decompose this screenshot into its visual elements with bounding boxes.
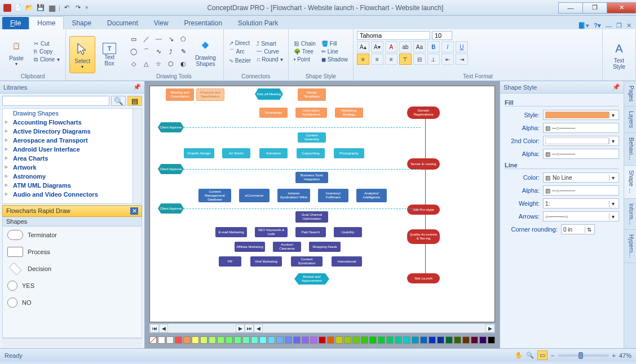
milestone[interactable]: Site Launch xyxy=(407,273,440,283)
lib-item[interactable]: Artwork xyxy=(3,163,142,172)
node[interactable]: Marketing Strategy xyxy=(335,108,363,118)
node[interactable]: SEO Keywords & code xyxy=(255,227,288,237)
indent-inc[interactable]: ⇥ xyxy=(456,54,468,65)
shape-decision[interactable]: Decision xyxy=(3,260,142,277)
valign-top[interactable]: ⊤ xyxy=(399,54,412,65)
cut-button[interactable]: ✂Cut xyxy=(32,40,62,47)
align-center[interactable]: ≡ xyxy=(371,54,383,65)
doc-close-icon[interactable]: ✕ xyxy=(626,22,631,29)
node[interactable]: Proposal and Specification xyxy=(196,88,224,101)
conn-direct[interactable]: ↗ Direct xyxy=(227,39,253,47)
scroll-right[interactable]: ▶ xyxy=(485,324,494,332)
palette-color[interactable] xyxy=(412,336,419,344)
second-alpha-slider[interactable]: ▧ ─○──── xyxy=(543,149,619,159)
node[interactable]: Wireframes xyxy=(259,108,288,118)
left-hscrollbar[interactable] xyxy=(2,338,142,347)
sidetab-pages[interactable]: Pages xyxy=(624,81,636,106)
ss-line[interactable]: ✏ Line xyxy=(320,48,350,55)
palette-color[interactable] xyxy=(344,336,351,344)
node[interactable]: Meeting and Consultation xyxy=(166,88,194,101)
sidetab-hyper[interactable]: Hypern… xyxy=(624,230,636,263)
node[interactable]: Intranet Syndication/ Wikis xyxy=(277,189,310,202)
lib-item[interactable]: Active Directory Diagrams xyxy=(3,127,142,136)
minimize-button[interactable]: — xyxy=(558,2,583,14)
node[interactable]: Auction/ Clearance xyxy=(273,242,301,252)
tool-arrow[interactable]: ↘ xyxy=(165,34,176,45)
milestone[interactable]: Domain Registrations xyxy=(407,106,440,119)
align-left[interactable]: ≡ xyxy=(357,54,369,65)
library-scrollbar[interactable] xyxy=(132,109,142,203)
library-list[interactable]: Drawing Shapes Accounting Flowcharts Act… xyxy=(2,108,142,204)
palette-color[interactable] xyxy=(293,336,301,344)
clone-button[interactable]: ⧉Clone ▾ xyxy=(32,56,62,64)
font-name-input[interactable] xyxy=(357,31,430,40)
book-icon[interactable]: 📘▾ xyxy=(578,22,589,29)
node[interactable]: Content Syndication xyxy=(291,256,323,267)
approve[interactable]: Client Approve xyxy=(158,164,184,174)
milestone[interactable]: Server & Hosting xyxy=(407,158,440,170)
node[interactable]: PR xyxy=(219,256,241,267)
tab-home[interactable]: Home xyxy=(29,16,64,29)
fill-alpha-slider[interactable]: ▧ ─○──── xyxy=(543,123,619,133)
open-icon[interactable]: 📂 xyxy=(25,3,34,12)
palette-color[interactable] xyxy=(242,336,250,344)
palette-color[interactable] xyxy=(479,336,487,344)
node[interactable]: Analytics/ Intelligence xyxy=(356,189,387,202)
palette-color[interactable] xyxy=(361,336,368,344)
approve[interactable]: Client Approve xyxy=(158,203,184,214)
milestone[interactable]: Site Prototype xyxy=(407,205,440,215)
palette-color[interactable] xyxy=(395,336,402,344)
canvas-hscrollbar[interactable]: ⏮ ◀ ▶ ⏭ ◀ ▶ xyxy=(149,323,495,333)
node[interactable]: Copywriting xyxy=(297,148,325,158)
zoom-slider[interactable] xyxy=(558,354,609,357)
node[interactable]: Content Management/ Database xyxy=(198,189,231,202)
ss-point[interactable]: • Point xyxy=(292,56,317,63)
maximize-button[interactable]: ❐ xyxy=(582,2,607,14)
lib-item[interactable]: Accounting Flowcharts xyxy=(3,118,142,127)
node[interactable]: Design Templates xyxy=(298,88,326,101)
palette-color[interactable] xyxy=(166,336,174,344)
ss-shadow[interactable]: ◼ Shadow xyxy=(320,56,350,63)
tool-8[interactable]: ☆ xyxy=(153,59,164,70)
node[interactable]: E-mail Marketing xyxy=(215,227,247,237)
lib-item[interactable]: Audio and Video Connectors xyxy=(3,190,142,199)
font-size-input[interactable] xyxy=(432,31,452,40)
text-style-button[interactable]: A Text Style xyxy=(606,36,632,73)
ss-chain[interactable]: ⛓ Chain xyxy=(292,40,317,47)
palette-color[interactable] xyxy=(285,336,292,344)
node[interactable]: Photography xyxy=(334,148,364,158)
tool-9[interactable]: ⬡ xyxy=(165,59,176,70)
sidetab-behavior[interactable]: Behavi… xyxy=(624,133,636,166)
palette-color[interactable] xyxy=(276,336,284,344)
palette-color[interactable] xyxy=(352,336,360,344)
grid-icon[interactable]: ▦ xyxy=(47,3,56,12)
ss-fill[interactable]: 🪣 Fill xyxy=(320,40,350,47)
select-button[interactable]: Select▾ xyxy=(69,36,95,73)
conn-round[interactable]: ⎍ Round ▾ xyxy=(255,56,284,63)
shape-process[interactable]: Process xyxy=(3,243,142,260)
paste-button[interactable]: 📋 Paste ▾ xyxy=(3,33,29,70)
palette-color[interactable] xyxy=(209,336,216,344)
node[interactable]: Business Tools Integration xyxy=(295,172,328,183)
lib-item[interactable]: ATM UML Diagrams xyxy=(3,181,142,190)
palette-color[interactable] xyxy=(200,336,207,344)
approve[interactable]: Client Approve xyxy=(158,122,184,132)
scroll-next[interactable]: ▶ xyxy=(236,324,245,332)
tool-10[interactable]: ◐ xyxy=(178,59,189,70)
help-icon[interactable]: ?▾ xyxy=(594,22,601,29)
valign-mid[interactable]: ⊟ xyxy=(413,54,426,65)
tool-conn[interactable]: ⤴ xyxy=(165,46,176,57)
node[interactable]: Graphic Design xyxy=(184,148,214,158)
palette-color[interactable] xyxy=(259,336,267,344)
tree-toggle-button[interactable]: ▤ xyxy=(127,96,142,106)
font-hilite[interactable]: ab xyxy=(399,41,412,52)
tool-arc2[interactable]: ⌒ xyxy=(140,46,152,57)
zoom-in-icon[interactable]: + xyxy=(612,352,616,359)
palette-none[interactable] xyxy=(149,336,157,344)
sidetab-info[interactable]: Inform… xyxy=(624,199,636,230)
node[interactable]: International xyxy=(332,256,362,267)
zoom-page-icon[interactable]: ▭ xyxy=(537,350,547,360)
tool-curve[interactable]: 〰 xyxy=(153,34,164,45)
palette-color[interactable] xyxy=(429,336,436,344)
library-search-input[interactable] xyxy=(2,96,109,106)
